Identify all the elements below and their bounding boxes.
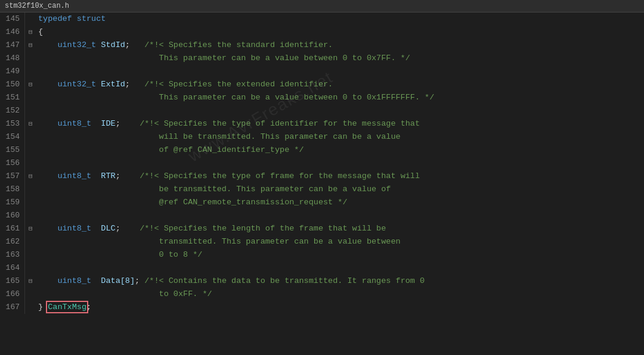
code-content: uint8_t IDE; /*!< Specifies the type of … xyxy=(37,117,644,130)
code-line: 145typedef struct xyxy=(0,13,644,26)
code-line: 149 xyxy=(0,65,644,78)
code-token: DLC xyxy=(101,224,115,233)
code-token: ; xyxy=(125,80,144,89)
code-content: uint32_t StdId; /*!< Specifies the stand… xyxy=(37,39,644,52)
code-token: ; xyxy=(125,41,144,49)
code-line: 150⊟ uint32_t ExtId; /*!< Specifies the … xyxy=(0,78,644,91)
code-token: uint32_t xyxy=(38,41,101,49)
fold-icon[interactable]: ⊟ xyxy=(29,26,37,39)
code-line: 154 will be transmitted. This parameter … xyxy=(0,130,644,144)
code-token: This parameter can be a value between 0 … xyxy=(38,93,434,102)
code-token: ; xyxy=(135,276,140,285)
line-number: 164 xyxy=(0,261,25,275)
line-number: 146 xyxy=(0,26,25,39)
code-container: 145typedef struct146⊟{147⊟ uint32_t StdI… xyxy=(0,13,644,354)
code-token: transmitted. This parameter can be a val… xyxy=(38,237,401,246)
code-token: ExtId xyxy=(101,80,125,89)
code-token: ; xyxy=(116,224,140,233)
code-line: 152 xyxy=(0,104,644,117)
line-number: 151 xyxy=(0,91,25,104)
code-content: 0 to 8 */ xyxy=(37,248,644,261)
highlighted-struct-name: CanTxMsg xyxy=(48,303,86,312)
code-token: typedef struct xyxy=(38,14,106,23)
code-line: 163 0 to 8 */ xyxy=(0,248,644,261)
code-line: 165⊟ uint8_t Data[8]; /*!< Contains the … xyxy=(0,275,644,288)
code-token: ; xyxy=(116,172,140,180)
code-token: of @ref CAN_identifier_type */ xyxy=(38,145,304,154)
code-token: This parameter can be a value between 0 … xyxy=(38,54,410,63)
code-content: This parameter can be a value between 0 … xyxy=(37,91,644,104)
code-content: uint32_t ExtId; /*!< Specifies the exten… xyxy=(37,78,644,91)
code-line: 155 of @ref CAN_identifier_type */ xyxy=(0,144,644,157)
fold-icon[interactable]: ⊟ xyxy=(29,39,37,52)
code-token: ; xyxy=(116,119,140,128)
line-number: 156 xyxy=(0,157,25,170)
line-number: 153 xyxy=(0,117,25,130)
code-line: 153⊟ uint8_t IDE; /*!< Specifies the typ… xyxy=(0,117,644,130)
code-line: 167} CanTxMsg; xyxy=(0,301,644,314)
code-content: { xyxy=(37,26,644,39)
code-line: 164 xyxy=(0,261,644,275)
line-number: 155 xyxy=(0,144,25,157)
code-token: /*!< Specifies the extended identifier. xyxy=(144,80,333,89)
fold-icon[interactable]: ⊟ xyxy=(29,275,37,288)
fold-icon[interactable]: ⊟ xyxy=(29,117,37,130)
code-line: 157⊟ uint8_t RTR; /*!< Specifies the typ… xyxy=(0,170,644,183)
code-token: @ref CAN_remote_transmission_request */ xyxy=(38,198,347,207)
code-line: 160 xyxy=(0,209,644,222)
code-token: uint32_t xyxy=(38,80,101,89)
code-token: /*!< Specifies the length of the frame t… xyxy=(140,224,386,233)
code-line: 159 @ref CAN_remote_transmission_request… xyxy=(0,196,644,209)
code-token: /*!< Specifies the standard identifier. xyxy=(144,41,333,49)
code-token: /*!< Specifies the type of frame for the… xyxy=(140,172,420,180)
line-number: 154 xyxy=(0,130,25,144)
code-token: ; xyxy=(86,303,91,312)
fold-icon[interactable]: ⊟ xyxy=(29,170,37,183)
code-token: } xyxy=(38,303,48,312)
line-number: 165 xyxy=(0,275,25,288)
code-token: will be transmitted. This parameter can … xyxy=(38,132,401,141)
line-number: 145 xyxy=(0,13,25,26)
line-number: 148 xyxy=(0,52,25,65)
code-token: 0 to 8 */ xyxy=(38,250,202,259)
code-content: to 0xFF. */ xyxy=(37,288,644,301)
code-token: be transmitted. This parameter can be a … xyxy=(38,185,391,194)
code-token: uint8_t xyxy=(38,276,101,285)
code-content: } CanTxMsg; xyxy=(37,301,644,314)
code-content: uint8_t DLC; /*!< Specifies the length o… xyxy=(37,222,644,235)
code-token: uint8_t xyxy=(38,119,101,128)
code-line: 148 This parameter can be a value betwee… xyxy=(0,52,644,65)
code-line: 156 xyxy=(0,157,644,170)
line-number: 161 xyxy=(0,222,25,235)
line-number: 166 xyxy=(0,288,25,301)
code-token: uint8_t xyxy=(38,172,101,180)
code-token: { xyxy=(38,27,43,36)
line-number: 152 xyxy=(0,104,25,117)
code-token: to 0xFF. */ xyxy=(38,289,212,298)
code-line: 162 transmitted. This parameter can be a… xyxy=(0,235,644,248)
code-token: /*!< Contains the data to be transmitted… xyxy=(140,276,425,285)
code-line: 161⊟ uint8_t DLC; /*!< Specifies the len… xyxy=(0,222,644,235)
fold-icon[interactable]: ⊟ xyxy=(29,222,37,235)
code-line: 147⊟ uint32_t StdId; /*!< Specifies the … xyxy=(0,39,644,52)
code-content: @ref CAN_remote_transmission_request */ xyxy=(37,196,644,209)
code-content: transmitted. This parameter can be a val… xyxy=(37,235,644,248)
fold-icon[interactable]: ⊟ xyxy=(29,78,37,91)
code-token: IDE xyxy=(101,119,115,128)
code-content: uint8_t Data[8]; /*!< Contains the data … xyxy=(37,275,644,288)
line-number: 162 xyxy=(0,235,25,248)
code-line: 158 be transmitted. This parameter can b… xyxy=(0,183,644,196)
line-number: 160 xyxy=(0,209,25,222)
code-line: 166 to 0xFF. */ xyxy=(0,288,644,301)
line-number: 149 xyxy=(0,65,25,78)
line-number: 147 xyxy=(0,39,25,52)
code-content: be transmitted. This parameter can be a … xyxy=(37,183,644,196)
filename: stm32f10x_can.h xyxy=(5,2,69,10)
line-number: 159 xyxy=(0,196,25,209)
code-token: StdId xyxy=(101,41,125,49)
line-number: 150 xyxy=(0,78,25,91)
code-line: 146⊟{ xyxy=(0,26,644,39)
title-bar: stm32f10x_can.h xyxy=(0,0,644,13)
code-token: uint8_t xyxy=(38,224,101,233)
line-number: 167 xyxy=(0,301,25,314)
